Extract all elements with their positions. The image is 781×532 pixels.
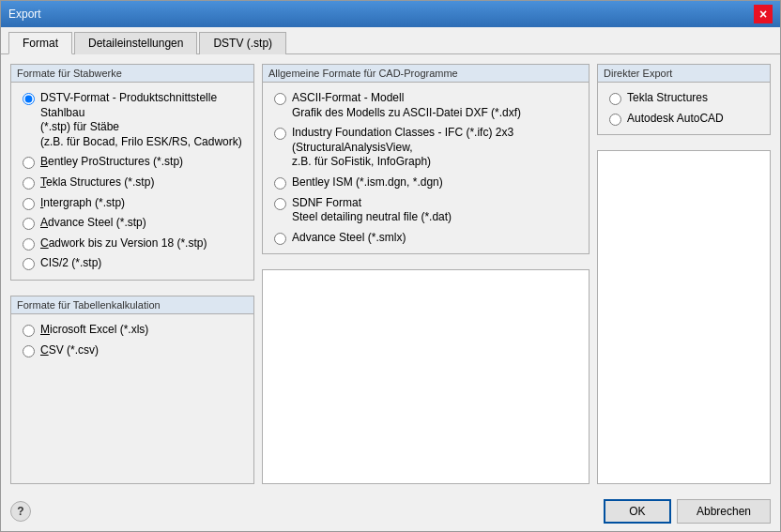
radio-ascii[interactable]: ASCII-Format - Modell Grafik des Modells… [270,88,581,123]
radio-bentley-ism[interactable]: Bentley ISM (*.ism.dgn, *.dgn) [270,173,581,193]
radio-intergraph[interactable]: Intergraph (*.stp) [19,193,246,214]
cancel-button[interactable]: Abbrechen [677,499,771,524]
help-button[interactable]: ? [10,501,31,522]
tab-content: Formate für Stabwerke DSTV-Format - Prod… [1,54,780,494]
right-empty-section [597,150,771,484]
radio-excel[interactable]: Microsoft Excel (*.xls) [19,320,246,341]
ok-button[interactable]: OK [604,499,671,524]
direkter-export-body: Tekla Structures Autodesk AutoCAD [598,83,770,134]
action-buttons: OK Abbrechen [604,499,771,524]
direkter-export-section: Direkter Export Tekla Structures Autodes… [597,64,771,135]
title-bar: Export × [1,1,780,27]
window-title: Export [8,8,41,21]
radio-cis2[interactable]: CIS/2 (*.stp) [19,253,246,274]
stabwerke-header: Formate für Stabwerke [11,65,253,83]
cad-body: ASCII-Format - Modell Grafik des Modells… [263,83,589,253]
tabellenkalkulation-body: Microsoft Excel (*.xls) CSV (*.csv) [11,314,253,366]
radio-autocad[interactable]: Autodesk AutoCAD [605,109,762,129]
bottom-bar: ? OK Abbrechen [1,494,780,531]
tab-dstv[interactable]: DSTV (.stp) [199,32,286,54]
radio-cadwork[interactable]: Cadwork bis zu Version 18 (*.stp) [19,234,246,254]
stabwerke-body: DSTV-Format - Produktschnittstelle Stahl… [11,83,253,280]
direkter-export-header: Direkter Export [598,65,770,83]
middle-column: Allgemeine Formate für CAD-Programme ASC… [262,64,590,484]
stabwerke-section: Formate für Stabwerke DSTV-Format - Prod… [10,64,254,281]
cad-section: Allgemeine Formate für CAD-Programme ASC… [262,64,590,254]
middle-empty-section [262,269,590,484]
tab-format[interactable]: Format [8,32,72,54]
radio-tekla-right[interactable]: Tekla Structures [605,88,762,109]
radio-ifc[interactable]: Industry Foundation Classes - IFC (*.ifc… [270,123,581,173]
cad-header: Allgemeine Formate für CAD-Programme [263,65,589,83]
radio-advance-steel-left[interactable]: Advance Steel (*.stp) [19,213,246,234]
tabellenkalkulation-header: Formate für Tabellenkalkulation [11,296,253,314]
tab-bar: Format Detaileinstellungen DSTV (.stp) [1,27,780,54]
close-button[interactable]: × [754,5,773,23]
radio-dstv-format[interactable]: DSTV-Format - Produktschnittstelle Stahl… [19,88,246,152]
tab-detaileinstellungen[interactable]: Detaileinstellungen [74,32,197,54]
radio-tekla-left[interactable]: Tekla Structures (*.stp) [19,173,246,193]
right-column: Direkter Export Tekla Structures Autodes… [597,64,771,484]
export-dialog: Export × Format Detaileinstellungen DSTV… [0,0,781,532]
left-column: Formate für Stabwerke DSTV-Format - Prod… [10,64,254,484]
panels-row: Formate für Stabwerke DSTV-Format - Prod… [10,64,771,484]
radio-bentley-pro[interactable]: Bentley ProStructures (*.stp) [19,152,246,173]
radio-sdnf[interactable]: SDNF Format Steel detailing neutral file… [270,193,581,228]
radio-advance-steel-mid[interactable]: Advance Steel (*.smlx) [270,228,581,249]
radio-csv[interactable]: CSV (*.csv) [19,341,246,361]
tabellenkalkulation-section: Formate für Tabellenkalkulation Microsof… [10,296,254,484]
